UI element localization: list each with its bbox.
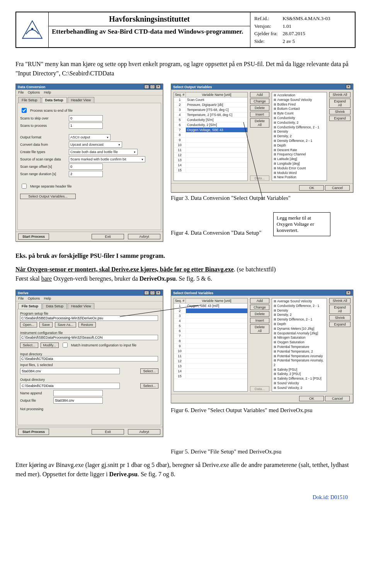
dc-titlebar[interactable]: Data Conversion - □ ×: [16, 84, 163, 90]
program-setup-input[interactable]: [20, 315, 158, 321]
merge-header-checkbox[interactable]: [22, 184, 27, 189]
select-button[interactable]: Select...: [20, 343, 38, 348]
shrink-all-button[interactable]: Shrink All: [329, 92, 351, 97]
modify-button[interactable]: Modify...: [41, 343, 59, 348]
offset-input[interactable]: [69, 164, 103, 170]
delete-button[interactable]: Delete: [250, 105, 269, 111]
table-row[interactable]: 8: [174, 133, 247, 138]
tree-item[interactable]: Oxygen Saturation: [274, 340, 325, 345]
variable-tree[interactable]: Average Sound VelocityConductivity Diffe…: [272, 298, 327, 392]
tree-item[interactable]: Frequency Channel: [274, 152, 325, 157]
exit-button[interactable]: Exit: [92, 234, 124, 239]
start-process-button[interactable]: Start Process: [18, 233, 49, 240]
shrink-button[interactable]: Shrink: [329, 315, 351, 320]
select-output-vars-button[interactable]: Select Output Variables...: [20, 194, 76, 199]
tree-item[interactable]: Geopotential Anomaly [J/kg]: [274, 331, 325, 336]
minimize-icon[interactable]: -: [144, 85, 149, 89]
expand-all-button[interactable]: Expand All: [329, 99, 351, 108]
table-row[interactable]: 4: [174, 319, 247, 324]
menu-help[interactable]: Help: [44, 297, 51, 300]
select-output-button[interactable]: Select...: [140, 383, 158, 389]
tree-item[interactable]: Average Sound Velocity: [274, 299, 325, 304]
tree-item[interactable]: Conductivity Difference, 2 - 1: [274, 304, 325, 308]
table-row[interactable]: 1Scan Count: [174, 97, 247, 102]
output-dir-input[interactable]: [20, 383, 120, 389]
close-icon[interactable]: ×: [156, 291, 161, 295]
tree-item[interactable]: Latitude [deg]: [274, 157, 325, 162]
table-row[interactable]: 14: [174, 369, 247, 374]
save-button[interactable]: Save: [39, 322, 53, 327]
cancel-button[interactable]: Avbryt: [128, 429, 160, 435]
table-row[interactable]: 7: [174, 334, 247, 339]
tree-item[interactable]: Modulo Error Count: [274, 166, 325, 171]
tab-header-view[interactable]: Header View: [68, 97, 94, 103]
ok-button[interactable]: OK: [299, 396, 324, 401]
add-button[interactable]: Add: [250, 92, 269, 97]
tree-item[interactable]: Dynamic Meters [10 J/kg]: [274, 327, 325, 331]
tree-item[interactable]: Acceleration: [274, 93, 325, 98]
select-input-button[interactable]: Select...: [140, 368, 158, 374]
table-row[interactable]: 14: [174, 163, 247, 168]
exit-button[interactable]: Exit: [92, 429, 124, 435]
table-row[interactable]: 2: [174, 308, 247, 314]
tree-item[interactable]: Sound Velocity, 2: [274, 386, 325, 390]
tab-file-setup[interactable]: File Setup: [18, 97, 41, 103]
tree-item[interactable]: Density Difference, 2 - 1: [274, 317, 325, 322]
tree-item[interactable]: Byte Count: [274, 111, 325, 116]
table-row[interactable]: 4Temperature, 2 [ITS-68, deg C]: [174, 112, 247, 118]
tree-item[interactable]: Depth: [274, 322, 325, 327]
convert-from-select[interactable]: Upcast and downcast▼: [69, 141, 122, 148]
tree-item[interactable]: Salinity, 2 [PSU]: [274, 372, 325, 377]
tree-item[interactable]: Descent Rate: [274, 148, 325, 153]
tree-item[interactable]: Conductivity: [274, 116, 325, 121]
tree-item[interactable]: Conductivity, 2: [274, 121, 325, 125]
table-row[interactable]: 13: [174, 158, 247, 163]
tree-item[interactable]: Density, 2: [274, 134, 325, 139]
process-scans-checkbox[interactable]: [22, 108, 27, 113]
close-icon[interactable]: ×: [156, 85, 161, 89]
tree-item[interactable]: Density: [274, 308, 325, 313]
minimize-icon[interactable]: -: [144, 291, 149, 295]
tab-data-setup[interactable]: Data Setup: [42, 97, 67, 103]
output-format-select[interactable]: ASCII output▼: [69, 134, 111, 140]
tree-item[interactable]: Nitrogen Saturation: [274, 336, 325, 340]
table-row[interactable]: 11: [174, 354, 247, 359]
table-row[interactable]: 3: [174, 314, 247, 319]
tree-item[interactable]: Depth: [274, 143, 325, 148]
table-row[interactable]: 15: [174, 168, 247, 173]
table-row[interactable]: 7Oxygen Voltage, SBE 43: [174, 128, 247, 133]
table-row[interactable]: 13: [174, 364, 247, 369]
maximize-icon[interactable]: □: [150, 85, 155, 89]
menu-options[interactable]: Options: [28, 90, 40, 94]
scan-range-source-select[interactable]: Scans marked with bottle confirm bit▼: [69, 156, 145, 162]
start-process-button[interactable]: Start Process: [18, 429, 49, 435]
menu-file[interactable]: File: [18, 90, 24, 94]
menu-options[interactable]: Options: [28, 297, 40, 300]
tree-item[interactable]: Sound Velocity: [274, 381, 325, 386]
menu-file[interactable]: File: [18, 297, 24, 300]
tree-item[interactable]: Density Difference, 2 - 1: [274, 139, 325, 143]
close-icon[interactable]: ×: [346, 291, 351, 295]
tab-file-setup[interactable]: File Setup: [18, 303, 42, 309]
create-file-types-select[interactable]: Create both data and bottle file▼: [69, 149, 138, 155]
insert-button[interactable]: Insert: [250, 112, 269, 117]
output-file-input[interactable]: [53, 397, 103, 404]
input-dir-input[interactable]: [20, 356, 158, 361]
cancel-button[interactable]: Cancel: [325, 396, 350, 401]
delete-button[interactable]: Delete: [250, 311, 269, 317]
delete-all-button[interactable]: Delete All: [250, 324, 269, 334]
tree-item[interactable]: Average Sound Velocity: [274, 98, 325, 102]
shrink-all-button[interactable]: Shrink All: [329, 298, 351, 303]
ok-button[interactable]: OK: [299, 185, 324, 191]
table-row[interactable]: 1Oxygen, SBE 43 [ml/l]: [174, 303, 247, 308]
tree-item[interactable]: Modulo Word: [274, 171, 325, 176]
skip-over-input[interactable]: [69, 115, 103, 121]
tree-item[interactable]: Longitude [deg]: [274, 162, 325, 166]
menu-help[interactable]: Help: [44, 90, 51, 94]
table-row[interactable]: 5Conductivity [S/m]: [174, 118, 247, 123]
expand-button[interactable]: Expand: [329, 116, 351, 121]
tree-item[interactable]: Salinity [PSU]: [274, 368, 325, 372]
cancel-button[interactable]: Cancel: [325, 185, 350, 191]
variable-tree[interactable]: AccelerationAverage Sound VelocityBottle…: [272, 92, 327, 181]
table-row[interactable]: 3Temperature [ITS-68, deg C]: [174, 107, 247, 112]
